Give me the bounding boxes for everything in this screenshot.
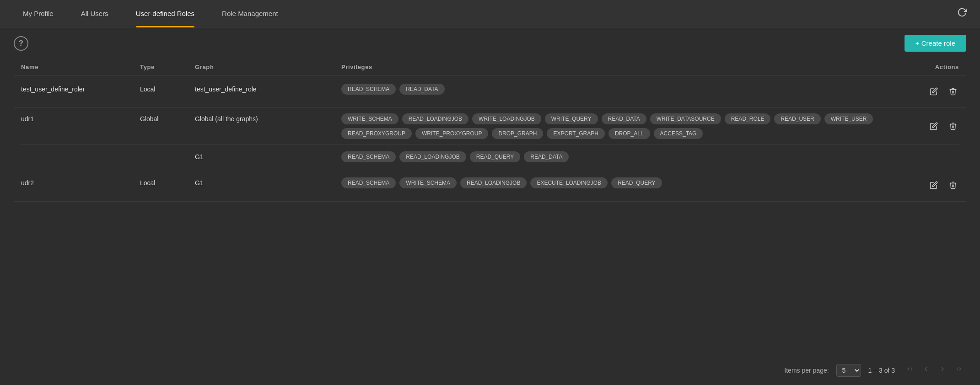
col-header-name: Name bbox=[21, 64, 140, 70]
tab-my-profile[interactable]: My Profile bbox=[9, 0, 67, 27]
privilege-badge: READ_LOADINGJOB bbox=[460, 177, 527, 188]
privilege-badge: DROP_ALL bbox=[608, 128, 650, 139]
next-page-button[interactable] bbox=[935, 364, 950, 377]
items-per-page-select[interactable]: 5 10 25 50 bbox=[836, 364, 861, 377]
items-per-page-label: Items per page: bbox=[784, 367, 829, 374]
privilege-badge: READ_DATA bbox=[399, 84, 444, 95]
row-name: udr2 bbox=[21, 177, 140, 187]
row-privileges: WRITE_SCHEMA READ_LOADINGJOB WRITE_LOADI… bbox=[341, 113, 886, 139]
row-type: Local bbox=[140, 177, 195, 187]
row-name: udr1 bbox=[21, 113, 140, 139]
privilege-badge: READ_QUERY bbox=[470, 151, 520, 162]
privilege-badge: EXECUTE_LOADINGJOB bbox=[530, 177, 608, 188]
top-navigation: My Profile All Users User-defined Roles … bbox=[0, 0, 980, 27]
row-privileges: READ_SCHEMA READ_DATA bbox=[341, 84, 886, 95]
pagination-range: 1 – 3 of 3 bbox=[868, 367, 895, 374]
row-privileges: READ_SCHEMA WRITE_SCHEMA READ_LOADINGJOB… bbox=[341, 177, 886, 188]
tab-user-defined-roles[interactable]: User-defined Roles bbox=[122, 0, 208, 27]
privilege-badge: DROP_GRAPH bbox=[492, 128, 543, 139]
delete-button[interactable] bbox=[947, 86, 959, 99]
privilege-badge: WRITE_DATASOURCE bbox=[650, 113, 721, 124]
row-type: Local bbox=[140, 84, 195, 93]
col-header-type: Type bbox=[140, 64, 195, 70]
privilege-badge: READ_LOADINGJOB bbox=[399, 151, 466, 162]
privilege-badge: READ_SCHEMA bbox=[341, 177, 396, 188]
row-graph: test_user_define_role bbox=[195, 84, 341, 93]
row-global-section: udr1 Global Global (all the graphs) WRIT… bbox=[21, 108, 959, 144]
edit-button[interactable] bbox=[928, 86, 940, 99]
privilege-badge: READ_ROLE bbox=[725, 113, 771, 124]
privilege-badge: READ_PROXYGROUP bbox=[341, 128, 412, 139]
privilege-badge: READ_SCHEMA bbox=[341, 151, 396, 162]
table-row: udr2 Local G1 READ_SCHEMA WRITE_SCHEMA R… bbox=[14, 169, 966, 202]
privilege-badge: WRITE_QUERY bbox=[545, 113, 598, 124]
edit-button[interactable] bbox=[928, 120, 940, 134]
row-actions bbox=[886, 113, 959, 139]
tab-all-users[interactable]: All Users bbox=[67, 0, 122, 27]
delete-button[interactable] bbox=[947, 179, 959, 193]
table-row: udr1 Global Global (all the graphs) WRIT… bbox=[14, 108, 966, 169]
col-header-graph: Graph bbox=[195, 64, 341, 70]
row-graph: G1 bbox=[195, 177, 341, 187]
privilege-badge: ACCESS_TAG bbox=[654, 128, 703, 139]
privilege-badge: READ_DATA bbox=[602, 113, 646, 124]
help-button[interactable]: ? bbox=[14, 36, 28, 51]
privilege-badge: WRITE_SCHEMA bbox=[341, 113, 398, 124]
col-header-actions: Actions bbox=[886, 64, 959, 70]
row-subgraph: G1 bbox=[195, 151, 341, 162]
prev-page-button[interactable] bbox=[919, 364, 933, 377]
privilege-badge: WRITE_USER bbox=[824, 113, 873, 124]
pagination-nav bbox=[902, 364, 966, 377]
table-header: Name Type Graph Privileges Actions bbox=[14, 59, 966, 75]
tab-role-management[interactable]: Role Management bbox=[208, 0, 292, 27]
row-graph: Global (all the graphs) bbox=[195, 113, 341, 139]
row-actions bbox=[886, 177, 959, 193]
col-header-privileges: Privileges bbox=[341, 64, 886, 70]
pagination: Items per page: 5 10 25 50 1 – 3 of 3 bbox=[770, 355, 980, 385]
delete-button[interactable] bbox=[947, 120, 959, 134]
privilege-badge: WRITE_LOADINGJOB bbox=[472, 113, 541, 124]
row-actions bbox=[886, 84, 959, 99]
table-row: test_user_define_roler Local test_user_d… bbox=[14, 75, 966, 108]
privilege-badge: EXPORT_GRAPH bbox=[547, 128, 604, 139]
row-name: test_user_define_roler bbox=[21, 84, 140, 93]
privilege-badge: WRITE_PROXYGROUP bbox=[415, 128, 488, 139]
row-sub-privileges: READ_SCHEMA READ_LOADINGJOB READ_QUERY R… bbox=[341, 151, 886, 162]
privilege-badge: READ_QUERY bbox=[611, 177, 662, 188]
row-subgraph-section: G1 READ_SCHEMA READ_LOADINGJOB READ_QUER… bbox=[21, 144, 959, 169]
toolbar: ? + Create role bbox=[0, 27, 980, 59]
refresh-button[interactable] bbox=[953, 4, 971, 23]
privilege-badge: READ_SCHEMA bbox=[341, 84, 396, 95]
privilege-badge: READ_DATA bbox=[524, 151, 569, 162]
privilege-badge: READ_USER bbox=[774, 113, 820, 124]
privilege-badge: READ_LOADINGJOB bbox=[402, 113, 468, 124]
create-role-button[interactable]: + Create role bbox=[905, 35, 966, 52]
first-page-button[interactable] bbox=[902, 364, 917, 377]
edit-button[interactable] bbox=[928, 179, 940, 193]
roles-table: Name Type Graph Privileges Actions test_… bbox=[0, 59, 980, 202]
last-page-button[interactable] bbox=[952, 364, 966, 377]
row-type: Global bbox=[140, 113, 195, 139]
privilege-badge: WRITE_SCHEMA bbox=[399, 177, 457, 188]
